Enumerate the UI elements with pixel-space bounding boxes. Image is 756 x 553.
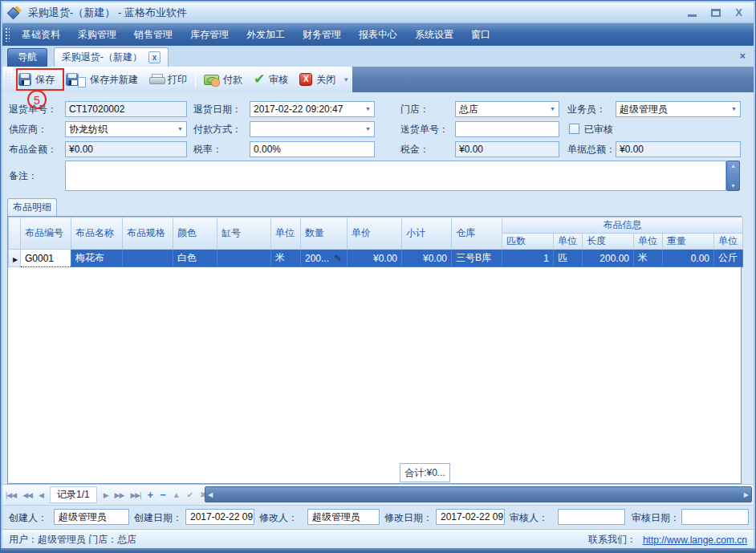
nav-insert-button[interactable]: + — [148, 489, 154, 501]
close-window-button[interactable]: X — [735, 7, 742, 18]
print-button[interactable]: 打印 — [144, 71, 193, 89]
cell-qty[interactable]: 200...✎ — [301, 250, 348, 267]
col-group-fabric-info[interactable]: 布品信息 — [502, 218, 743, 234]
col-dye-lot[interactable]: 缸号 — [217, 218, 271, 250]
menu-settings[interactable]: 系统设置 — [406, 23, 462, 46]
chevron-down-icon[interactable]: ▼ — [547, 102, 555, 116]
nav-delete-button[interactable]: − — [160, 489, 166, 501]
payment-button[interactable]: 付款 — [198, 71, 248, 89]
cell-subtotal[interactable]: ¥0.00 — [402, 250, 452, 267]
chevron-down-icon[interactable]: ▼ — [175, 122, 183, 136]
col-color[interactable]: 颜色 — [173, 218, 217, 250]
nav-last-button[interactable]: ▶▶| — [130, 491, 140, 499]
scroll-right-icon[interactable]: ▶ — [744, 491, 749, 498]
chevron-down-icon[interactable]: ▼ — [343, 76, 349, 83]
menu-sales[interactable]: 销售管理 — [125, 23, 181, 46]
table-row[interactable]: ▶ G0001 梅花布 白色 米 200...✎ ¥0.00 ¥0.00 三号B… — [9, 250, 743, 267]
cell-code[interactable]: G0001 — [21, 250, 71, 267]
return-no-field[interactable]: CT17020002 — [65, 101, 187, 117]
salesman-combo[interactable]: 超级管理员 ▼ — [616, 101, 741, 117]
cell-length-unit[interactable]: 米 — [634, 250, 663, 267]
return-date-combo[interactable]: 2017-02-22 09:20:47 ▼ — [250, 101, 375, 117]
col-length[interactable]: 长度 — [583, 234, 634, 250]
record-count-label: 记录1/1 — [50, 486, 97, 503]
save-button[interactable]: 保存 — [13, 71, 60, 89]
horizontal-scrollbar[interactable]: ◀ ▶ — [205, 486, 752, 502]
col-unit[interactable]: 单位 — [271, 218, 301, 250]
minimize-button[interactable] — [688, 14, 697, 17]
scroll-down-icon[interactable]: ▼ — [730, 183, 736, 189]
maximize-button[interactable] — [711, 9, 721, 17]
pencil-icon: ✎ — [334, 253, 342, 264]
tab-navigation[interactable]: 导航 — [7, 48, 47, 67]
audited-checkbox[interactable] — [569, 124, 579, 134]
remark-label: 备注： — [9, 168, 38, 184]
nav-post-button[interactable]: ✔ — [187, 490, 193, 499]
payment-method-combo[interactable]: ▼ — [250, 121, 375, 137]
nav-prior-page-button[interactable]: ◀◀ — [22, 491, 32, 499]
app-logo-icon — [7, 6, 22, 20]
payment-method-label: 付款方式： — [193, 121, 242, 137]
scroll-up-icon[interactable]: ▲ — [730, 163, 736, 169]
col-subtotal[interactable]: 小计 — [402, 218, 452, 250]
website-link[interactable]: http://www.lange.com.cn — [643, 535, 747, 546]
menu-outsourcing[interactable]: 外发加工 — [238, 23, 294, 46]
tabstrip-close-icon[interactable]: × — [739, 50, 746, 62]
col-name[interactable]: 布品名称 — [71, 218, 123, 250]
nav-first-button[interactable]: |◀◀ — [6, 491, 16, 499]
cell-color[interactable]: 白色 — [173, 250, 217, 267]
col-spec[interactable]: 布品规格 — [123, 218, 173, 250]
store-value: 总店 — [459, 102, 547, 116]
menu-reports[interactable]: 报表中心 — [350, 23, 406, 46]
row-indicator: ▶ — [9, 250, 21, 267]
cell-pieces[interactable]: 1 — [502, 250, 554, 267]
tab-purchase-return[interactable]: 采购退货-（新建） x — [54, 47, 169, 67]
supplier-combo[interactable]: 协龙纺织 ▼ — [65, 121, 187, 137]
col-code[interactable]: 布品编号 — [21, 218, 71, 250]
col-pieces-unit[interactable]: 单位 — [554, 234, 583, 250]
menu-base-data[interactable]: 基础资料 — [13, 23, 69, 46]
cell-price[interactable]: ¥0.00 — [348, 250, 402, 267]
remark-scrollbar[interactable]: ▲ ▼ — [726, 161, 740, 191]
tax-rate-field[interactable]: 0.00% — [250, 141, 375, 157]
store-combo[interactable]: 总店 ▼ — [455, 101, 559, 117]
menubar-grip — [5, 27, 10, 42]
chevron-down-icon[interactable]: ▼ — [363, 122, 371, 136]
cell-weight-unit[interactable]: 公斤 — [714, 250, 743, 267]
nav-edit-button[interactable]: ▲ — [173, 490, 181, 499]
col-length-unit[interactable]: 单位 — [634, 234, 663, 250]
delivery-no-field[interactable] — [455, 121, 559, 137]
chevron-down-icon[interactable]: ▼ — [363, 102, 371, 116]
cell-dye-lot[interactable] — [217, 250, 271, 267]
col-pieces[interactable]: 匹数 — [502, 234, 554, 250]
cell-name[interactable]: 梅花布 — [71, 250, 123, 267]
nav-prior-button[interactable]: ◀ — [39, 491, 43, 499]
menu-purchase[interactable]: 采购管理 — [69, 23, 125, 46]
chevron-down-icon[interactable]: ▼ — [729, 102, 737, 116]
close-doc-button[interactable]: X 关闭 — [294, 71, 341, 89]
col-price[interactable]: 单价 — [348, 218, 402, 250]
cell-pieces-unit[interactable]: 匹 — [554, 250, 583, 267]
audit-button[interactable]: ✔ 审核 — [248, 71, 294, 89]
nav-next-page-button[interactable]: ▶▶ — [115, 491, 124, 499]
save-and-new-button[interactable]: 保存并新建 — [60, 70, 144, 90]
nav-next-button[interactable]: ▶ — [104, 491, 108, 499]
cell-warehouse[interactable]: 三号B库 — [452, 250, 502, 267]
cell-unit[interactable]: 米 — [271, 250, 301, 267]
scroll-left-icon[interactable]: ◀ — [208, 491, 213, 498]
menu-inventory[interactable]: 库存管理 — [181, 23, 238, 46]
tab-close-icon[interactable]: x — [148, 51, 161, 63]
col-qty[interactable]: 数量 — [301, 218, 348, 250]
tab-fabric-detail[interactable]: 布品明细 — [7, 198, 57, 216]
col-warehouse[interactable]: 仓库 — [452, 218, 502, 250]
cell-weight[interactable]: 0.00 — [663, 250, 714, 267]
tax-rate-value: 0.00% — [254, 142, 371, 157]
remark-field[interactable] — [65, 161, 726, 191]
return-no-value: CT17020002 — [69, 102, 183, 116]
menu-finance[interactable]: 财务管理 — [294, 23, 350, 46]
cell-spec[interactable] — [123, 250, 173, 267]
cell-length[interactable]: 200.00 — [583, 250, 634, 267]
col-weight-unit[interactable]: 单位 — [714, 234, 743, 250]
col-weight[interactable]: 重量 — [663, 234, 714, 250]
menu-window[interactable]: 窗口 — [462, 23, 499, 46]
